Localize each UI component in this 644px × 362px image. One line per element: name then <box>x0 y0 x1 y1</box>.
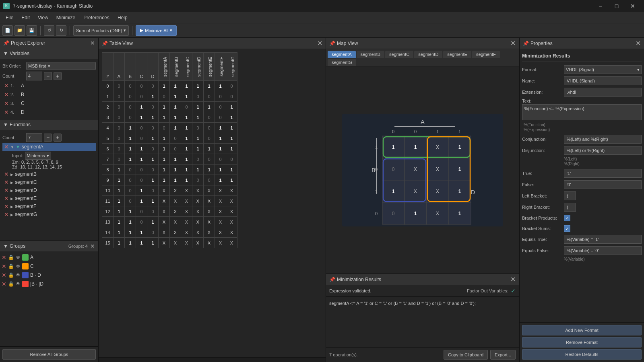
add-new-format-button[interactable]: Add New Format <box>522 325 642 335</box>
groups-header[interactable]: ▼ Groups Groups: 4 ✕ <box>0 241 98 251</box>
func-item-3[interactable]: ✕ segmentC <box>2 178 96 186</box>
var-remove-1[interactable]: ✕ <box>4 82 9 89</box>
group-remove-c[interactable]: ✕ <box>2 263 6 269</box>
var-remove-4[interactable]: ✕ <box>4 109 9 115</box>
export-button[interactable]: Export... <box>490 350 516 360</box>
func-expand-2[interactable] <box>10 172 13 177</box>
bracket-sums-checkbox[interactable]: ✓ <box>564 225 570 232</box>
func-remove-3[interactable]: ✕ <box>4 179 9 185</box>
func-remove-6[interactable]: ✕ <box>4 203 9 210</box>
tab-segmente[interactable]: segmentE <box>443 51 471 58</box>
true-value[interactable]: '1' <box>564 169 642 178</box>
table-view-close[interactable]: ✕ <box>317 39 322 47</box>
menu-minimize[interactable]: Minimize <box>52 13 79 22</box>
format-dropdown[interactable]: VHDL (Signal) ▾ <box>564 65 642 74</box>
redo-button[interactable]: ↻ <box>56 25 66 36</box>
save-button[interactable]: 💾 <box>27 25 37 36</box>
func-count-minus[interactable]: − <box>44 134 52 142</box>
menu-edit[interactable]: Edit <box>17 13 34 22</box>
tab-segmentg[interactable]: segmentG <box>328 59 356 66</box>
func-remove-4[interactable]: ✕ <box>4 187 9 193</box>
eye-icon-nbd[interactable]: 👁 <box>16 281 21 287</box>
eye-icon-bd[interactable]: 👁 <box>16 272 21 278</box>
table-scrollbar[interactable] <box>99 357 326 362</box>
func-remove-1[interactable]: ✕ <box>4 144 9 150</box>
props-close[interactable]: ✕ <box>636 39 641 47</box>
open-button[interactable]: 📁 <box>14 25 25 36</box>
var-count-plus[interactable]: + <box>54 72 62 80</box>
menu-view[interactable]: View <box>34 13 52 22</box>
bit-order-dropdown[interactable]: MSB first ▾ <box>26 62 96 70</box>
func-remove-7[interactable]: ✕ <box>4 211 9 218</box>
text-textarea[interactable]: %(Function) <= %(Expression); <box>522 104 642 120</box>
equals-true-value[interactable]: %(Variable) = '1' <box>564 235 642 244</box>
func-remove-2[interactable]: ✕ <box>4 171 9 177</box>
group-remove-nbd[interactable]: ✕ <box>2 281 6 287</box>
factor-check-icon[interactable]: ✓ <box>511 288 516 294</box>
var-remove-2[interactable]: ✕ <box>4 91 9 98</box>
func-expand-1[interactable] <box>10 145 14 149</box>
func-expand-5[interactable] <box>10 196 13 201</box>
var-name-1[interactable] <box>20 82 94 89</box>
left-bracket-value[interactable]: ( <box>564 191 576 200</box>
groups-close[interactable]: ✕ <box>90 243 95 249</box>
restore-defaults-button[interactable]: Restore Defaults <box>522 349 642 360</box>
menu-help[interactable]: Help <box>114 13 132 22</box>
project-explorer-header[interactable]: 📌 Project Explorer ✕ <box>0 38 98 48</box>
func-expand-6[interactable] <box>10 204 13 209</box>
minimization-close[interactable]: ✕ <box>510 276 516 283</box>
copy-to-clipboard-button[interactable]: Copy to Clipboard <box>444 350 488 360</box>
equals-false-value[interactable]: %(Variable) = '0' <box>564 246 642 255</box>
func-item-2[interactable]: ✕ segmentB <box>2 170 96 178</box>
menu-preferences[interactable]: Preferences <box>79 13 114 22</box>
map-view-close[interactable]: ✕ <box>510 39 516 47</box>
eye-icon-c[interactable]: 👁 <box>16 263 21 269</box>
tab-segmenta[interactable]: segmentA <box>328 51 356 58</box>
close-window-button[interactable]: ✕ <box>625 0 641 12</box>
maximize-window-button[interactable]: □ <box>609 0 625 12</box>
groups-expand-icon: ▼ <box>3 243 8 249</box>
project-explorer-close[interactable]: ✕ <box>90 40 95 46</box>
extension-label: Extension: <box>522 90 562 95</box>
var-name-4[interactable] <box>20 109 94 116</box>
func-input-dropdown[interactable]: Minterms ▾ <box>25 152 51 160</box>
func-expand-3[interactable] <box>10 180 13 185</box>
remove-format-button[interactable]: Remove Format <box>522 337 642 348</box>
tab-segmentb[interactable]: segmentB <box>357 51 385 58</box>
func-item-5[interactable]: ✕ segmentE <box>2 194 96 202</box>
bracket-products-checkbox[interactable]: ✓ <box>564 215 570 221</box>
func-expand-7[interactable] <box>10 212 13 217</box>
func-item-6[interactable]: ✕ segmentF <box>2 202 96 210</box>
tab-segmentd[interactable]: segmentD <box>414 51 442 58</box>
variables-header[interactable]: ▼ Variables <box>0 48 98 59</box>
minimize-window-button[interactable]: − <box>592 0 609 12</box>
var-remove-3[interactable]: ✕ <box>4 100 9 107</box>
table-container[interactable]: # A B C D segmentA segmentB segmentC seg… <box>99 49 326 357</box>
func-count-plus[interactable]: + <box>54 134 62 142</box>
col-header-num: # <box>102 53 114 81</box>
func-item-4[interactable]: ✕ segmentD <box>2 186 96 194</box>
functions-header[interactable]: ▼ Functions <box>0 119 98 130</box>
func-item-7[interactable]: ✕ segmentG <box>2 210 96 218</box>
menu-file[interactable]: File <box>2 13 17 22</box>
right-bracket-value[interactable]: ) <box>564 203 576 212</box>
new-button[interactable]: 📄 <box>2 25 13 36</box>
minimize-all-button[interactable]: ▶ Minimize All ▾ <box>136 25 177 36</box>
group-remove-bd[interactable]: ✕ <box>2 272 6 278</box>
undo-button[interactable]: ↺ <box>44 25 54 36</box>
func-expand-4[interactable] <box>10 188 13 193</box>
eye-icon-a[interactable]: 👁 <box>16 255 21 260</box>
tab-segmentf[interactable]: segmentF <box>472 51 500 58</box>
func-item-1[interactable]: ✕ ▼ segmentA <box>2 143 96 151</box>
disjunction-value[interactable]: %(Left) or %(Right) <box>564 146 642 155</box>
group-remove-a[interactable]: ✕ <box>2 254 6 261</box>
var-count-minus[interactable]: − <box>44 72 52 80</box>
var-name-2[interactable] <box>20 91 94 98</box>
mode-dropdown[interactable]: Sum of Products (DNF) ▾ <box>73 25 129 36</box>
var-name-3[interactable] <box>20 100 94 107</box>
tab-segmentc[interactable]: segmentC <box>385 51 413 58</box>
remove-all-groups-button[interactable]: Remove All Groups <box>2 349 96 360</box>
func-remove-5[interactable]: ✕ <box>4 195 9 202</box>
false-value[interactable]: '0' <box>564 180 642 189</box>
conjunction-value[interactable]: %(Left) and %(Right) <box>564 135 642 144</box>
